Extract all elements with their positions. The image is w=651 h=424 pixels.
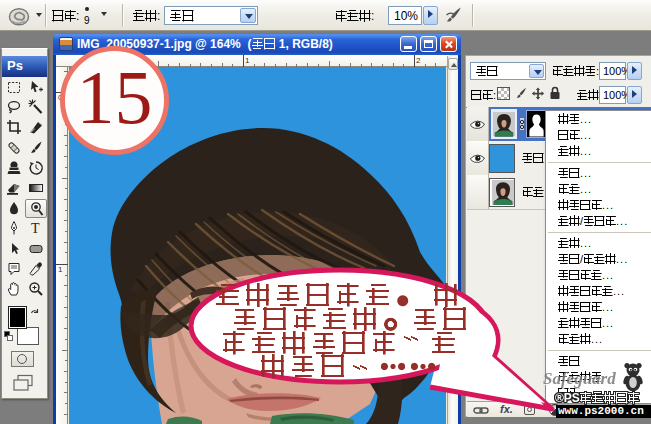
- svg-text:T: T: [31, 221, 40, 236]
